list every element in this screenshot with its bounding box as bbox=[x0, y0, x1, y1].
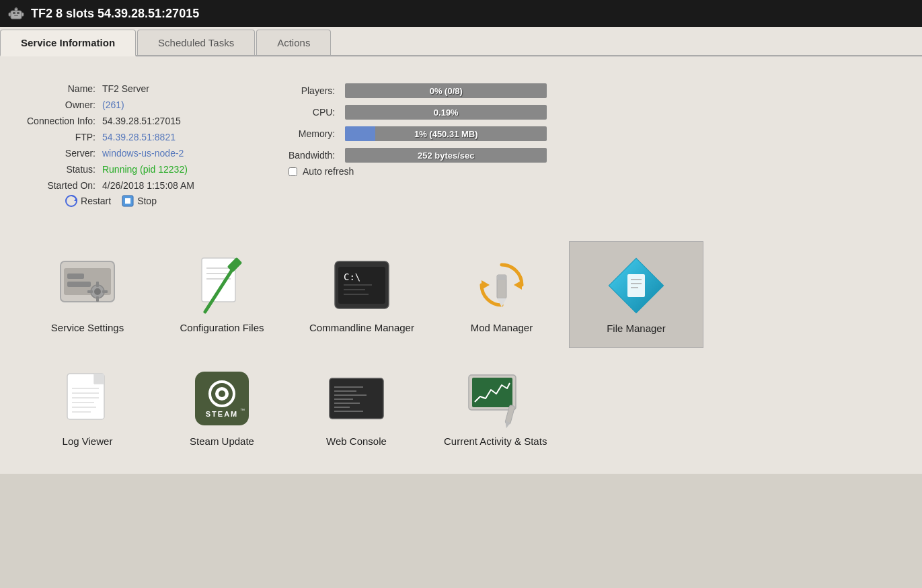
service-settings-icon bbox=[57, 255, 118, 315]
svg-rect-3 bbox=[14, 15, 18, 16]
memory-value: 1% (450.31 MB) bbox=[414, 129, 478, 139]
robot-icon bbox=[8, 5, 24, 22]
owner-value[interactable]: (261) bbox=[102, 99, 194, 110]
svg-rect-18 bbox=[96, 282, 99, 287]
steam-update-item[interactable]: STEAM ™ Steam Update bbox=[155, 355, 289, 460]
configuration-files-item[interactable]: Configuration Files bbox=[155, 241, 289, 348]
service-settings-item[interactable]: Service Settings bbox=[20, 241, 155, 348]
auto-refresh-checkbox[interactable] bbox=[289, 167, 297, 176]
svg-rect-14 bbox=[67, 274, 84, 279]
steam-update-label: Steam Update bbox=[190, 435, 254, 447]
svg-point-56 bbox=[219, 390, 225, 397]
tab-service-information[interactable]: Service Information bbox=[0, 30, 136, 56]
commandline-manager-icon: C:\ bbox=[332, 255, 392, 315]
svg-rect-19 bbox=[96, 296, 99, 302]
svg-rect-38 bbox=[497, 275, 506, 280]
configuration-files-label: Configuration Files bbox=[180, 322, 264, 333]
service-settings-label: Service Settings bbox=[51, 322, 124, 333]
svg-text:STEAM: STEAM bbox=[206, 410, 239, 418]
svg-rect-21 bbox=[102, 290, 108, 293]
svg-rect-6 bbox=[9, 13, 11, 16]
main-content: Name: TF2 Server Owner: (261) Connection… bbox=[0, 56, 922, 474]
tab-scheduled-tasks[interactable]: Scheduled Tasks bbox=[137, 30, 255, 55]
svg-text:™: ™ bbox=[240, 408, 245, 413]
icons-row-1: Service Settings Configuration Files C:\ bbox=[20, 241, 902, 348]
players-label: Players: bbox=[289, 85, 335, 96]
bandwidth-label: Bandwidth: bbox=[289, 150, 335, 161]
action-buttons: Restart Stop bbox=[27, 194, 194, 208]
web-console-item[interactable]: Web Console bbox=[289, 355, 424, 460]
commandline-manager-label: Commandline Manager bbox=[309, 322, 414, 333]
steam-update-icon: STEAM ™ bbox=[192, 368, 252, 429]
info-fields: Name: TF2 Server Owner: (261) Connection… bbox=[27, 83, 194, 208]
svg-rect-7 bbox=[22, 13, 24, 16]
svg-rect-15 bbox=[67, 282, 91, 287]
status-label: Status: bbox=[27, 164, 95, 175]
owner-label: Owner: bbox=[27, 99, 95, 110]
restart-button[interactable]: Restart bbox=[65, 194, 111, 208]
svg-rect-1 bbox=[13, 12, 15, 14]
svg-point-17 bbox=[94, 288, 101, 295]
file-manager-label: File Manager bbox=[607, 323, 666, 334]
server-value: windows-us-node-2 bbox=[102, 148, 194, 159]
commandline-manager-item[interactable]: C:\ Commandline Manager bbox=[289, 241, 434, 348]
current-activity-item[interactable]: Current Activity & Stats bbox=[424, 355, 567, 460]
svg-marker-9 bbox=[74, 198, 77, 201]
players-value: 0% (0/8) bbox=[430, 86, 463, 96]
memory-bar: 1% (450.31 MB) bbox=[345, 126, 547, 141]
started-on-value: 4/26/2018 1:15:08 AM bbox=[102, 180, 194, 191]
stop-button[interactable]: Stop bbox=[121, 194, 157, 208]
tab-actions[interactable]: Actions bbox=[256, 30, 331, 55]
cpu-value: 0.19% bbox=[434, 108, 459, 118]
tabs-bar: Service Information Scheduled Tasks Acti… bbox=[0, 27, 922, 56]
current-activity-icon bbox=[465, 368, 526, 429]
memory-bar-fill bbox=[345, 126, 375, 141]
svg-rect-2 bbox=[17, 12, 20, 14]
title-bar: TF2 8 slots 54.39.28.51:27015 bbox=[0, 0, 922, 27]
connection-info-label: Connection Info: bbox=[27, 116, 95, 126]
players-bar: 0% (0/8) bbox=[345, 83, 547, 98]
auto-refresh-label[interactable]: Auto refresh bbox=[303, 166, 354, 177]
svg-rect-41 bbox=[627, 274, 645, 297]
info-table: Name: TF2 Server Owner: (261) Connection… bbox=[27, 83, 194, 191]
stop-label: Stop bbox=[137, 196, 157, 206]
auto-refresh-row: Auto refresh bbox=[289, 166, 547, 177]
stop-icon bbox=[121, 194, 135, 208]
mod-manager-item[interactable]: Mod Manager bbox=[434, 241, 569, 348]
restart-icon bbox=[65, 194, 78, 208]
name-value: TF2 Server bbox=[102, 83, 194, 94]
svg-rect-46 bbox=[94, 374, 104, 384]
restart-label: Restart bbox=[81, 196, 111, 206]
svg-marker-35 bbox=[482, 280, 490, 290]
configuration-files-icon bbox=[192, 255, 252, 315]
svg-point-5 bbox=[15, 7, 17, 9]
svg-rect-20 bbox=[87, 290, 93, 293]
file-manager-item[interactable]: File Manager bbox=[569, 241, 703, 348]
bandwidth-value: 252 bytes/sec bbox=[418, 151, 475, 161]
icons-row-2: Log Viewer STEAM ™ Steam Update bbox=[20, 355, 902, 460]
svg-rect-68 bbox=[472, 378, 512, 407]
bandwidth-bar: 252 bytes/sec bbox=[345, 148, 547, 163]
svg-marker-34 bbox=[514, 280, 522, 290]
log-viewer-icon bbox=[57, 368, 118, 429]
cpu-bar: 0.19% bbox=[345, 105, 547, 120]
current-activity-label: Current Activity & Stats bbox=[444, 435, 547, 447]
svg-marker-70 bbox=[504, 421, 510, 429]
status-value: Running (pid 12232) bbox=[102, 164, 194, 175]
log-viewer-label: Log Viewer bbox=[63, 435, 113, 447]
window-title: TF2 8 slots 54.39.28.51:27015 bbox=[31, 7, 199, 21]
ftp-label: FTP: bbox=[27, 132, 95, 142]
log-viewer-item[interactable]: Log Viewer bbox=[20, 355, 155, 460]
stats-section: Players: 0% (0/8) CPU: 0.19% Memory: 1% … bbox=[289, 83, 547, 208]
svg-rect-11 bbox=[125, 198, 130, 204]
mod-manager-label: Mod Manager bbox=[471, 322, 533, 333]
memory-label: Memory: bbox=[289, 128, 335, 139]
svg-text:C:\: C:\ bbox=[344, 271, 360, 282]
web-console-icon bbox=[326, 368, 387, 429]
connection-info-value: 54.39.28.51:27015 bbox=[102, 116, 194, 126]
ftp-value[interactable]: 54.39.28.51:8821 bbox=[102, 132, 194, 142]
mod-manager-icon bbox=[471, 255, 532, 315]
server-label: Server: bbox=[27, 148, 95, 159]
service-info-section: Name: TF2 Server Owner: (261) Connection… bbox=[20, 70, 902, 221]
started-on-label: Started On: bbox=[27, 180, 95, 191]
